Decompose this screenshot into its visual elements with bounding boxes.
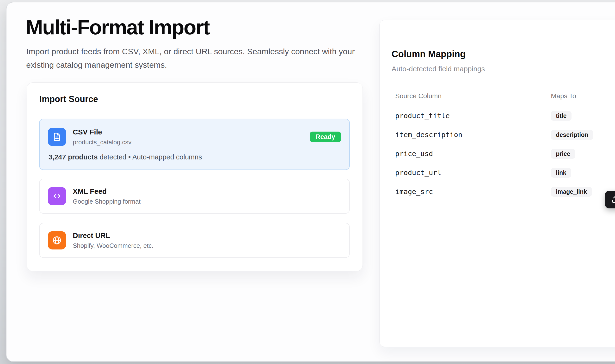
source-column-cell: price_usd (392, 150, 551, 158)
app-surface: Multi-Format Import Import product feeds… (6, 2, 615, 362)
column-header-maps-to: Maps To (551, 92, 615, 100)
maps-to-cell: price (551, 149, 615, 159)
source-option-stats: 3,247 products detected • Auto-mapped co… (49, 153, 341, 161)
source-option-direct-url[interactable]: Direct URL Shopify, WooCommerce, etc. (39, 223, 350, 258)
source-option-csv-row: CSV File products_catalog.csv Ready (48, 128, 341, 146)
table-row: product_url link (392, 163, 615, 182)
mapping-table-header: Source Column Maps To (392, 91, 615, 106)
maps-to-cell: link (551, 168, 615, 178)
source-option-title: XML Feed (73, 187, 141, 195)
mapping-table: Source Column Maps To product_title titl… (392, 91, 615, 201)
maps-to-cell: description (551, 130, 615, 140)
maps-to-cell: title (551, 111, 615, 121)
source-option-title: CSV File (73, 128, 131, 136)
source-option-subtitle: products_catalog.csv (73, 139, 131, 146)
source-option-url-row: Direct URL Shopify, WooCommerce, etc. (48, 223, 341, 257)
page-subtitle: Import product feeds from CSV, XML, or d… (26, 45, 384, 72)
column-mapping-heading: Column Mapping (392, 49, 466, 59)
source-option-xml-text: XML Feed Google Shopping format (73, 187, 141, 205)
table-row: image_src image_link (392, 182, 615, 201)
maps-to-pill: title (551, 111, 572, 121)
import-source-heading: Import Source (40, 94, 98, 104)
table-row: product_title title (392, 106, 615, 125)
table-row: price_usd price (392, 144, 615, 163)
stats-detail: detected • Auto-mapped columns (98, 153, 202, 161)
column-mapping-card: Column Mapping Auto-detected field mappi… (379, 20, 615, 347)
source-column-cell: product_url (392, 169, 551, 177)
source-column-cell: product_title (392, 112, 551, 120)
column-mapping-subheading: Auto-detected field mappings (392, 65, 485, 73)
source-column-cell: item_description (392, 131, 551, 139)
maps-to-pill: price (551, 149, 575, 159)
maps-to-pill: description (551, 130, 593, 140)
maps-to-pill: image_link (551, 187, 592, 197)
table-row: item_description description (392, 125, 615, 144)
source-option-url-text: Direct URL Shopify, WooCommerce, etc. (73, 232, 154, 249)
upload-fab-button[interactable] (605, 191, 615, 208)
source-option-csv[interactable]: CSV File products_catalog.csv Ready 3,24… (39, 119, 350, 170)
source-option-subtitle: Google Shopping format (73, 198, 141, 205)
code-icon (48, 187, 66, 205)
upload-icon (611, 195, 615, 204)
source-option-xml[interactable]: XML Feed Google Shopping format (39, 179, 350, 214)
source-column-cell: image_src (392, 188, 551, 196)
import-source-card: Import Source CSV File products_catalog.… (27, 82, 363, 271)
globe-icon (48, 231, 66, 249)
maps-to-pill: link (551, 168, 571, 178)
stats-product-count: 3,247 products (49, 153, 98, 161)
ready-status-badge: Ready (310, 131, 341, 142)
page-title: Multi-Format Import (26, 15, 210, 39)
source-option-csv-text: CSV File products_catalog.csv (73, 128, 131, 146)
source-option-xml-row: XML Feed Google Shopping format (48, 179, 341, 213)
source-option-subtitle: Shopify, WooCommerce, etc. (73, 242, 154, 249)
column-header-source: Source Column (392, 92, 551, 100)
file-text-icon (48, 128, 66, 146)
source-option-title: Direct URL (73, 232, 154, 240)
